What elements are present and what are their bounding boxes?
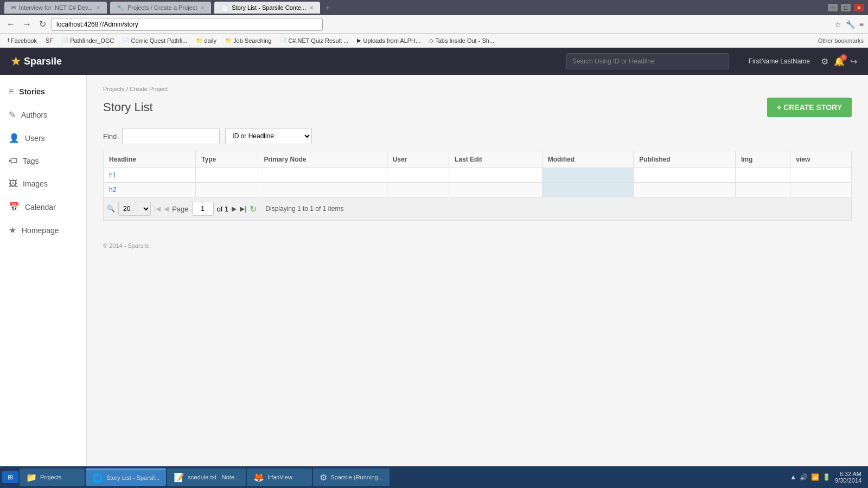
- bookmark-tabs-inside-out[interactable]: ◇ Tabs Inside Out - Sh...: [426, 36, 497, 45]
- cell-headline-1: h1: [104, 168, 196, 183]
- sidebar-item-tags[interactable]: 🏷 Tags: [0, 150, 86, 172]
- bookmark-csharp-quiz[interactable]: 📄 C#.NET Quiz Result ...: [277, 36, 352, 45]
- address-bar[interactable]: [52, 18, 323, 31]
- cell-type-1: [196, 168, 258, 183]
- sidebar-item-stories[interactable]: ≡ Stories: [0, 80, 86, 103]
- col-modified: Modified: [542, 151, 634, 168]
- footer-area: © 2014 - Sparsile: [103, 242, 852, 249]
- bookmark-daily[interactable]: 📁 daily: [193, 36, 220, 45]
- star-icon[interactable]: ☆: [834, 20, 841, 29]
- bookmarks-bar: f Facebook SF 📄 Pathfinder_OGC 📄 Comic Q…: [0, 34, 868, 48]
- cell-img-1: [735, 168, 790, 183]
- notification-badge: x: [840, 54, 847, 61]
- filter-type-select[interactable]: ID or Headline Headline ID: [225, 128, 312, 144]
- sidebar-item-calendar[interactable]: 📅 Calendar: [0, 195, 86, 219]
- prev-page-icon[interactable]: ◀: [164, 205, 169, 213]
- col-last-edit: Last Edit: [449, 151, 542, 168]
- filter-bar: Find ID or Headline Headline ID: [103, 128, 852, 144]
- sidebar-stories-label: Stories: [19, 87, 44, 96]
- last-page-icon[interactable]: ▶|: [240, 205, 246, 213]
- create-story-button[interactable]: + CREATE STORY: [767, 98, 852, 117]
- story-link-h1[interactable]: h1: [109, 171, 116, 179]
- user-display: FirstName LastName: [749, 57, 810, 65]
- bookmark-sf-label: SF: [46, 37, 53, 44]
- sidebar-tags-label: Tags: [23, 157, 39, 165]
- per-page-select[interactable]: 10 20 50 100: [118, 202, 151, 216]
- table-row: h1: [104, 168, 852, 183]
- settings-icon[interactable]: ⚙: [821, 56, 828, 67]
- tab-2-label: Projects / Create a Project: [127, 4, 197, 11]
- footer-text: © 2014 - Sparsile: [103, 242, 852, 249]
- homepage-icon: ★: [9, 225, 16, 235]
- col-view: view: [790, 151, 852, 168]
- cell-modified-2: [542, 183, 634, 197]
- maximize-button[interactable]: □: [841, 4, 851, 11]
- menu-icon[interactable]: ≡: [859, 20, 864, 29]
- cell-type-2: [196, 183, 258, 197]
- of-total-label: of 1: [217, 205, 229, 213]
- new-tab-button[interactable]: +: [326, 3, 330, 12]
- bookmark-uploads-label: Uploads from ALPH...: [363, 37, 420, 44]
- page-title: Story List: [103, 100, 153, 114]
- col-primary-node: Primary Node: [258, 151, 387, 168]
- tags-icon: 🏷: [9, 156, 17, 166]
- tab-1-close[interactable]: ✕: [96, 5, 100, 11]
- tab-2[interactable]: 🔧 Projects / Create a Project ✕: [110, 2, 211, 14]
- tab-3-close[interactable]: ✕: [309, 5, 314, 11]
- sidebar-item-images[interactable]: 🖼 Images: [0, 172, 86, 195]
- other-bookmarks[interactable]: Other bookmarks: [818, 37, 864, 44]
- search-input[interactable]: [566, 53, 729, 69]
- sidebar: ≡ Stories ✎ Authors 👤 Users 🏷 Tags 🖼 Ima…: [0, 75, 87, 466]
- cell-user-2: [387, 183, 449, 197]
- search-filter-icon[interactable]: 🔍: [107, 205, 115, 213]
- back-button[interactable]: ←: [4, 18, 17, 30]
- window-controls: ─ □ ✕: [828, 4, 864, 11]
- story-link-h2[interactable]: h2: [109, 186, 116, 194]
- cell-published-2: [634, 183, 736, 197]
- page-input[interactable]: [192, 202, 214, 216]
- notifications-icon[interactable]: 🔔 x: [834, 56, 845, 67]
- col-img: Img: [735, 151, 790, 168]
- refresh-button[interactable]: ↻: [37, 18, 48, 30]
- story-table: Headline Type Primary Node User Last Edi…: [103, 151, 852, 197]
- cell-user-1: [387, 168, 449, 183]
- sidebar-authors-label: Authors: [21, 111, 47, 119]
- page-header: Story List + CREATE STORY: [103, 98, 852, 117]
- bookmark-comic-quest[interactable]: 📄 Comic Quest Pathfi...: [119, 36, 190, 45]
- find-input[interactable]: [122, 128, 220, 144]
- nav-bar: ← → ↻ ☆ 🔧 ≡: [0, 15, 868, 34]
- cell-primary-node-2: [258, 183, 387, 197]
- pathfinder-icon: 📄: [62, 37, 68, 43]
- display-count-text: Displaying 1 to 1 of 1 items: [265, 205, 343, 213]
- tab-1-icon: ✉: [11, 4, 16, 11]
- bookmark-facebook-label: Facebook: [11, 37, 37, 44]
- forward-button[interactable]: →: [21, 18, 34, 30]
- topnav-icons: ⚙ 🔔 x ↪: [821, 56, 857, 67]
- users-icon: 👤: [9, 133, 20, 143]
- bookmark-csharp-quiz-label: C#.NET Quiz Result ...: [288, 37, 348, 44]
- tab-3[interactable]: 📄 Story List - Sparsile Conte... ✕: [214, 2, 320, 14]
- tab-2-close[interactable]: ✕: [200, 5, 205, 11]
- sidebar-images-label: Images: [23, 179, 48, 188]
- tab-1[interactable]: ✉ Interview for .NET C# Dev... ✕: [4, 2, 107, 14]
- refresh-pagination-icon[interactable]: ↻: [250, 204, 257, 214]
- bookmark-pathfinder[interactable]: 📄 Pathfinder_OGC: [59, 36, 117, 45]
- bookmark-facebook[interactable]: f Facebook: [4, 36, 40, 45]
- sidebar-item-homepage[interactable]: ★ Homepage: [0, 219, 86, 242]
- first-page-icon[interactable]: |◀: [154, 205, 161, 213]
- minimize-button[interactable]: ─: [828, 4, 838, 11]
- find-label: Find: [103, 132, 117, 140]
- logo-star-icon: ★: [11, 55, 21, 68]
- cell-last-edit-1: [449, 168, 542, 183]
- bookmark-job-searching[interactable]: 📁 Job Searching: [222, 36, 275, 45]
- bookmark-uploads[interactable]: ▶ Uploads from ALPH...: [354, 36, 424, 45]
- extensions-icon[interactable]: 🔧: [846, 20, 855, 29]
- bookmark-sf[interactable]: SF: [42, 36, 56, 45]
- table-row: h2: [104, 183, 852, 197]
- next-page-icon[interactable]: ▶: [232, 205, 237, 213]
- sidebar-item-authors[interactable]: ✎ Authors: [0, 103, 86, 126]
- sidebar-item-users[interactable]: 👤 Users: [0, 126, 86, 150]
- uploads-icon: ▶: [357, 37, 361, 43]
- share-icon[interactable]: ↪: [850, 56, 857, 67]
- close-button[interactable]: ✕: [854, 4, 864, 11]
